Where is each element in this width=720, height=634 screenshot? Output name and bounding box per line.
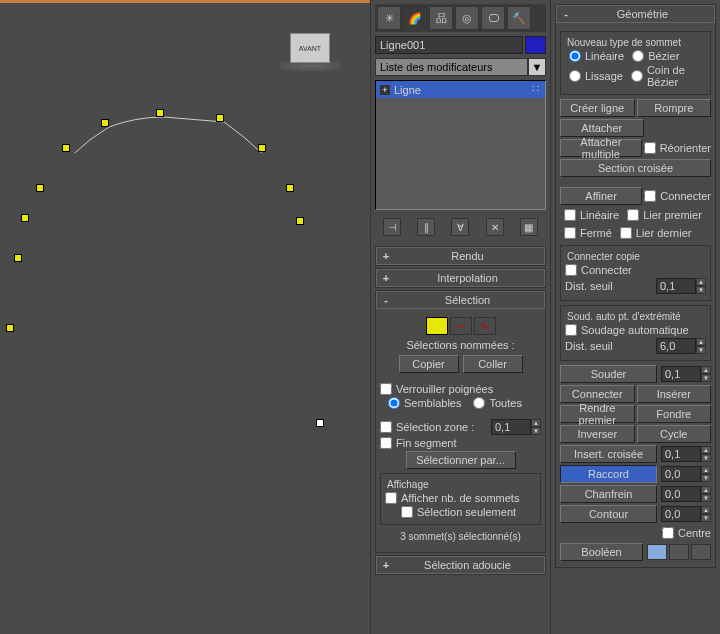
bezier-radio[interactable]: Bézier <box>632 50 679 62</box>
utilities-tab-icon[interactable]: 🔨 <box>507 6 531 30</box>
fuse-button[interactable]: Fondre <box>637 405 712 423</box>
chamfer-button[interactable]: Chanfrein <box>560 485 657 503</box>
geometry-panel: -Géométrie Nouveau type de sommet Linéai… <box>550 0 720 634</box>
chamfer-spinner[interactable]: ▲▼ <box>661 486 711 502</box>
create-line-button[interactable]: Créer ligne <box>560 99 635 117</box>
pin-stack-icon[interactable]: ⊣ <box>383 218 401 236</box>
auto-weld-label: Soud. auto pt. d'extrémité <box>565 311 683 322</box>
vertex[interactable] <box>6 324 14 332</box>
dropdown-arrow-icon[interactable]: ▼ <box>528 58 546 76</box>
spline-curve <box>0 3 300 153</box>
refine-button[interactable]: Affiner <box>560 187 642 205</box>
fillet-button[interactable]: Raccord <box>560 465 657 483</box>
make-unique-icon[interactable]: ∀ <box>451 218 469 236</box>
outline-button[interactable]: Contour <box>560 505 657 523</box>
vertex-subobject-icon[interactable]: ⋱ <box>426 317 448 335</box>
show-vertex-count-checkbox[interactable]: Afficher nb. de sommets <box>385 492 536 504</box>
center-checkbox[interactable]: Centre <box>662 527 711 539</box>
auto-weld-checkbox[interactable]: Soudage automatique <box>565 324 706 336</box>
make-first-button[interactable]: Rendre premier <box>560 405 635 423</box>
connect-button[interactable]: Connecter <box>560 385 635 403</box>
vertex[interactable] <box>21 214 29 222</box>
area-spinner[interactable]: ▲▼ <box>491 419 541 435</box>
fillet-spinner[interactable]: ▲▼ <box>661 466 711 482</box>
motion-tab-icon[interactable]: ◎ <box>455 6 479 30</box>
connect-copy-label: Connecter copie <box>565 251 642 262</box>
object-color-swatch[interactable] <box>525 36 546 54</box>
segment-subobject-icon[interactable]: ⁓ <box>450 317 472 335</box>
weld-spinner[interactable]: ▲▼ <box>661 366 711 382</box>
cross-section-button[interactable]: Section croisée <box>560 159 711 177</box>
closed-checkbox[interactable]: Fermé <box>564 227 612 239</box>
modifier-stack[interactable]: + Ligne ∷ <box>375 80 546 210</box>
rollout-selection[interactable]: -Sélection <box>376 291 545 309</box>
rollout-soft-selection[interactable]: +Sélection adoucie <box>376 556 545 574</box>
stack-item-ligne[interactable]: + Ligne ∷ <box>376 81 545 98</box>
vertex[interactable] <box>156 109 164 117</box>
rollout-interpolation[interactable]: +Interpolation <box>376 269 545 287</box>
smooth-radio[interactable]: Lissage <box>569 64 623 88</box>
create-tab-icon[interactable]: ✳ <box>377 6 401 30</box>
rollout-geometry[interactable]: -Géométrie <box>556 5 715 23</box>
vertex[interactable] <box>36 184 44 192</box>
vertex[interactable] <box>216 114 224 122</box>
display-group-label: Affichage <box>385 479 431 490</box>
dist-thresh-spinner-2[interactable]: ▲▼ <box>656 338 706 354</box>
attach-button[interactable]: Attacher <box>560 119 644 137</box>
area-selection-checkbox[interactable]: Sélection zone : <box>380 421 487 433</box>
viewcube[interactable]: AVANT <box>290 33 330 63</box>
end-segment-checkbox[interactable]: Fin segment <box>380 437 541 449</box>
vertex[interactable] <box>286 184 294 192</box>
vertex[interactable] <box>62 144 70 152</box>
insert-button[interactable]: Insérer <box>637 385 712 403</box>
vertex[interactable] <box>101 119 109 127</box>
new-vertex-type-label: Nouveau type de sommet <box>565 37 683 48</box>
select-by-button[interactable]: Sélectionner par... <box>406 451 516 469</box>
all-radio[interactable]: Toutes <box>473 397 521 409</box>
selection-only-checkbox[interactable]: Sélection seulement <box>385 506 536 518</box>
selection-status: 3 sommet(s) sélectionné(s) <box>380 531 541 542</box>
rollout-rendu[interactable]: +Rendu <box>376 247 545 265</box>
modify-panel: ✳ 🌈 品 ◎ 🖵 🔨 ▼ + Ligne ∷ ⊣ ∥ ∀ ✕ ▦ +Rendu… <box>370 0 550 634</box>
bind-first-checkbox[interactable]: Lier premier <box>627 209 702 221</box>
end-vertex[interactable] <box>316 419 324 427</box>
show-end-result-icon[interactable]: ∥ <box>417 218 435 236</box>
expand-icon[interactable]: + <box>380 85 390 95</box>
bezier-corner-radio[interactable]: Coin de Bézier <box>631 64 706 88</box>
attach-multiple-button[interactable]: Attacher multiple <box>560 139 642 157</box>
named-selections-label: Sélections nommées : <box>380 339 541 351</box>
connect-checkbox[interactable]: Connecter <box>644 189 711 203</box>
display-tab-icon[interactable]: 🖵 <box>481 6 505 30</box>
vertex[interactable] <box>258 144 266 152</box>
linear-checkbox[interactable]: Linéaire <box>564 209 619 221</box>
weld-button[interactable]: Souder <box>560 365 657 383</box>
reverse-button[interactable]: Inverser <box>560 425 635 443</box>
similar-radio[interactable]: Semblables <box>388 397 461 409</box>
cross-insert-spinner[interactable]: ▲▼ <box>661 446 711 462</box>
cross-insert-button[interactable]: Insert. croisée <box>560 445 657 463</box>
lock-handles-checkbox[interactable]: Verrouiller poignées <box>380 383 541 395</box>
outline-spinner[interactable]: ▲▼ <box>661 506 711 522</box>
hierarchy-tab-icon[interactable]: 品 <box>429 6 453 30</box>
cycle-button[interactable]: Cycle <box>637 425 712 443</box>
stack-toolbar: ⊣ ∥ ∀ ✕ ▦ <box>375 214 546 240</box>
connect-copy-checkbox[interactable]: Connecter <box>565 264 706 276</box>
linear-radio[interactable]: Linéaire <box>569 50 624 62</box>
paste-button[interactable]: Coller <box>463 355 523 373</box>
modify-tab-icon[interactable]: 🌈 <box>403 6 427 30</box>
dist-thresh-spinner-1[interactable]: ▲▼ <box>656 278 706 294</box>
viewport[interactable]: AVANT <box>0 0 370 634</box>
vertex[interactable] <box>14 254 22 262</box>
spline-subobject-icon[interactable]: ∿ <box>474 317 496 335</box>
vertex[interactable] <box>296 217 304 225</box>
break-button[interactable]: Rompre <box>637 99 712 117</box>
object-name-input[interactable] <box>375 36 523 54</box>
modifier-list-dropdown[interactable] <box>375 58 528 76</box>
remove-modifier-icon[interactable]: ✕ <box>486 218 504 236</box>
boolean-button[interactable]: Booléen <box>560 543 643 561</box>
reorient-checkbox[interactable]: Réorienter <box>644 141 711 155</box>
boolean-mode-icons[interactable] <box>647 544 711 560</box>
copy-button[interactable]: Copier <box>399 355 459 373</box>
bind-last-checkbox[interactable]: Lier dernier <box>620 227 692 239</box>
configure-sets-icon[interactable]: ▦ <box>520 218 538 236</box>
